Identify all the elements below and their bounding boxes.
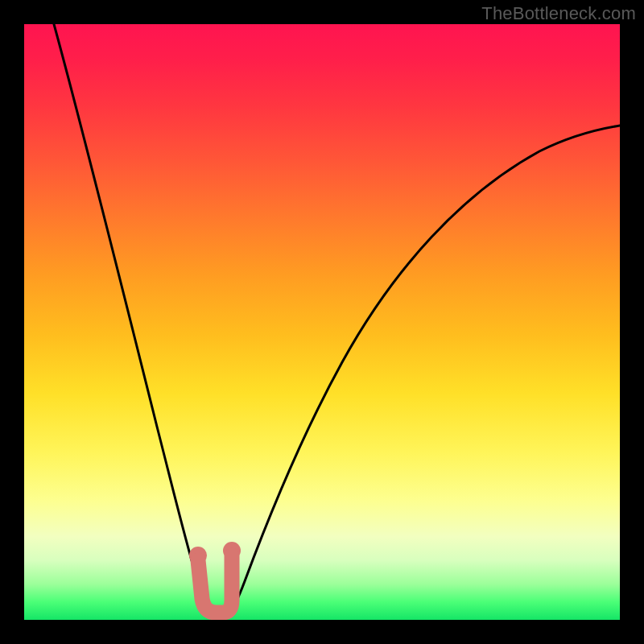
chart-frame: TheBottleneck.com	[0, 0, 644, 644]
curve-layer	[24, 24, 620, 620]
plot-area	[24, 24, 620, 620]
bottleneck-curve	[54, 24, 620, 616]
optimal-marker	[189, 542, 241, 613]
watermark-text: TheBottleneck.com	[481, 3, 636, 24]
